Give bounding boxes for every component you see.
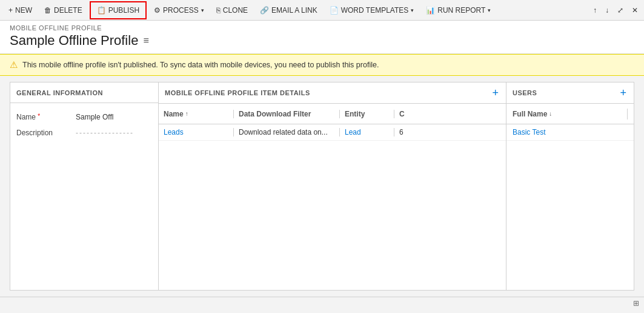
bottom-resize-icon[interactable]: ⊞ <box>633 299 639 308</box>
name-field-row: Name * Sample Offl <box>16 109 152 125</box>
page-title: Sample Offline Profile <box>10 33 138 49</box>
col-name-header: Name ↑ <box>164 110 233 118</box>
run-report-button[interactable]: 📊 RUN REPORT ▾ <box>420 0 497 21</box>
general-panel-header: GENERAL INFORMATION <box>10 82 158 103</box>
email-icon: 🔗 <box>260 6 269 15</box>
name-label: Name * <box>16 113 71 121</box>
col-c-header: C <box>394 110 501 118</box>
bottom-bar: ⊞ <box>0 297 644 309</box>
users-table-header: Full Name ↓ <box>506 104 634 124</box>
process-button[interactable]: ⚙ PROCESS ▾ <box>148 0 210 21</box>
email-link-button[interactable]: 🔗 EMAIL A LINK <box>254 0 324 21</box>
users-panel: USERS + Full Name ↓ Basic Test <box>506 82 634 290</box>
items-panel-title: MOBILE OFFLINE PROFILE ITEM DETAILS <box>165 89 310 96</box>
users-panel-header: USERS + <box>506 82 634 104</box>
word-templates-icon: 📄 <box>330 6 339 15</box>
title-menu-icon[interactable]: ≡ <box>143 35 148 46</box>
close-button[interactable]: ✕ <box>628 0 642 21</box>
items-table-header: Name ↑ Data Download Filter Entity C <box>159 104 506 124</box>
items-add-button[interactable]: + <box>491 87 500 98</box>
users-col-name: Full Name ↓ <box>513 110 625 118</box>
close-icon: ✕ <box>632 6 638 15</box>
clone-button[interactable]: ⎘ CLONE <box>210 0 254 21</box>
required-indicator: * <box>38 113 40 119</box>
nav-up-button[interactable]: ↑ <box>589 0 600 21</box>
users-col-separator <box>627 109 628 119</box>
word-templates-button[interactable]: 📄 WORD TEMPLATES ▾ <box>324 0 420 21</box>
users-add-button[interactable]: + <box>619 87 628 98</box>
delete-icon: 🗑 <box>44 6 51 15</box>
col-entity-header: Entity <box>339 110 394 118</box>
table-row: Leads Download related data on... Lead 6 <box>159 124 506 141</box>
row-name[interactable]: Leads <box>164 128 233 136</box>
row-filter: Download related data on... <box>233 128 339 136</box>
general-panel-title: GENERAL INFORMATION <box>16 89 103 96</box>
publish-icon: 📋 <box>97 6 106 15</box>
row-entity[interactable]: Lead <box>339 128 394 136</box>
process-dropdown-icon: ▾ <box>201 7 204 13</box>
maximize-icon: ⤢ <box>617 6 623 15</box>
breadcrumb: MOBILE OFFLINE PROFILE <box>10 24 634 32</box>
description-label: Description <box>16 129 71 137</box>
row-c: 6 <box>394 128 501 136</box>
publish-button[interactable]: 📋 PUBLISH <box>90 1 147 19</box>
delete-button[interactable]: 🗑 DELETE <box>38 0 88 21</box>
content-area: GENERAL INFORMATION Name * Sample Offl D… <box>0 76 644 297</box>
toolbar-nav: ↑ ↓ ⤢ ✕ <box>589 0 642 21</box>
warning-message: This mobile offline profile isn't publis… <box>22 61 379 69</box>
maximize-button[interactable]: ⤢ <box>614 0 627 21</box>
up-arrow-icon: ↑ <box>593 6 597 15</box>
run-report-dropdown-icon: ▾ <box>488 7 491 13</box>
general-panel: GENERAL INFORMATION Name * Sample Offl D… <box>10 82 159 290</box>
general-info-body: Name * Sample Offl Description ---------… <box>10 103 158 147</box>
nav-down-button[interactable]: ↓ <box>602 0 612 21</box>
panels-container: GENERAL INFORMATION Name * Sample Offl D… <box>10 82 634 291</box>
toolbar: + NEW 🗑 DELETE 📋 PUBLISH ⚙ PROCESS ▾ ⎘ C… <box>0 0 644 21</box>
process-icon: ⚙ <box>154 6 161 15</box>
warning-banner: ⚠ This mobile offline profile isn't publ… <box>0 54 644 76</box>
down-arrow-icon: ↓ <box>605 6 609 15</box>
items-panel: MOBILE OFFLINE PROFILE ITEM DETAILS + Na… <box>159 82 506 290</box>
description-value: ---------------- <box>76 129 134 137</box>
name-value: Sample Offl <box>76 113 113 121</box>
name-sort-icon: ↑ <box>185 110 188 117</box>
user-row[interactable]: Basic Test <box>506 124 634 141</box>
warning-icon: ⚠ <box>10 59 18 70</box>
word-templates-dropdown-icon: ▾ <box>411 7 414 13</box>
users-panel-title: USERS <box>513 89 537 96</box>
page-header: MOBILE OFFLINE PROFILE Sample Offline Pr… <box>0 21 644 54</box>
fullname-sort-icon: ↓ <box>549 110 552 117</box>
items-panel-header: MOBILE OFFLINE PROFILE ITEM DETAILS + <box>159 82 506 104</box>
run-report-icon: 📊 <box>426 6 435 15</box>
clone-icon: ⎘ <box>216 6 221 15</box>
col-filter-header: Data Download Filter <box>233 110 339 118</box>
new-icon: + <box>8 6 13 15</box>
title-row: Sample Offline Profile ≡ <box>10 33 634 49</box>
new-button[interactable]: + NEW <box>2 0 38 21</box>
description-field-row: Description ---------------- <box>16 125 152 141</box>
